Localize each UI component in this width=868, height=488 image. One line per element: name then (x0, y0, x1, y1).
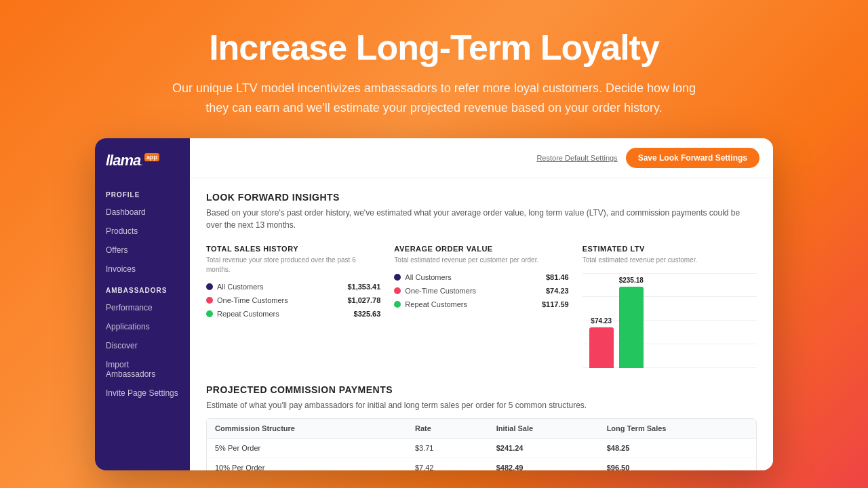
hero-section: Increase Long-Term Loyalty Our unique LT… (0, 0, 868, 138)
commission-title: PROJECTED COMMISSION PAYMENTS (206, 384, 757, 395)
avg-all-value: $81.46 (546, 273, 569, 281)
dot-red (206, 297, 213, 304)
total-sales-row-3: Repeat Customers $325.63 (206, 310, 380, 318)
avg-repeat-label: Repeat Customers (405, 300, 467, 308)
avg-order-block: AVERAGE ORDER VALUE Total estimated reve… (394, 245, 568, 368)
total-all-label: All Customers (217, 283, 263, 291)
dot-dark (206, 283, 213, 290)
dot-green-2 (394, 301, 401, 308)
avg-order-row-1: All Customers $81.46 (394, 273, 568, 281)
sidebar-item-performance[interactable]: Performance (95, 298, 190, 317)
dot-green (206, 310, 213, 317)
sidebar-item-offers[interactable]: Offers (95, 241, 190, 260)
total-sales-row-2: One-Time Customers $1,027.78 (206, 296, 380, 304)
table-row: 5% Per Order $3.71 $241.24 $48.25 (207, 438, 756, 458)
structure-1: 5% Per Order (207, 438, 407, 458)
sidebar-item-import[interactable]: Import Ambassadors (95, 355, 190, 384)
structure-2: 10% Per Order (207, 458, 407, 470)
dot-red-2 (394, 287, 401, 294)
bar-repeat (619, 287, 644, 368)
hero-title: Increase Long-Term Loyalty (14, 27, 854, 68)
sidebar-item-invoices[interactable]: Invoices (95, 260, 190, 279)
main-content: Restore Default Settings Save Look Forwa… (190, 138, 773, 470)
logo-badge: app (144, 153, 159, 161)
total-sales-row-1: All Customers $1,353.41 (206, 283, 380, 291)
avg-order-row-3: Repeat Customers $117.59 (394, 300, 568, 308)
col-longterm: Long Term Sales (599, 419, 756, 439)
avg-order-title: AVERAGE ORDER VALUE (394, 245, 568, 253)
col-rate: Rate (407, 419, 488, 439)
avg-onetime-value: $74.23 (546, 287, 569, 295)
sidebar-item-products[interactable]: Products (95, 222, 190, 241)
table-header-row: Commission Structure Rate Initial Sale L… (207, 419, 756, 439)
total-sales-subtitle: Total revenue your store produced over t… (206, 256, 380, 274)
avg-order-subtitle: Total estimated revenue per customer per… (394, 256, 568, 265)
commission-table: Commission Structure Rate Initial Sale L… (207, 419, 756, 470)
stats-grid: TOTAL SALES HISTORY Total revenue your s… (206, 245, 757, 368)
table-row: 10% Per Order $7.42 $482.49 $96.50 (207, 458, 756, 470)
sidebar-item-dashboard[interactable]: Dashboard (95, 203, 190, 222)
bar-onetime-label: $74.23 (591, 317, 612, 325)
commission-table-wrapper: Commission Structure Rate Initial Sale L… (206, 418, 757, 470)
sidebar-item-invite[interactable]: Invite Page Settings (95, 384, 190, 403)
sidebar-item-applications[interactable]: Applications (95, 317, 190, 336)
sidebar-item-discover[interactable]: Discover (95, 336, 190, 355)
profile-section-label: PROFILE (95, 183, 190, 203)
logo: llama.app (106, 152, 159, 169)
bar-repeat-label: $235.18 (619, 277, 644, 284)
restore-link[interactable]: Restore Default Settings (536, 154, 617, 162)
total-onetime-label: One-Time Customers (217, 296, 288, 304)
total-onetime-value: $1,027.78 (347, 296, 380, 304)
col-structure: Commission Structure (207, 419, 407, 439)
total-sales-title: TOTAL SALES HISTORY (206, 245, 380, 253)
ltv-subtitle: Total estimated revenue per customer. (583, 256, 757, 265)
insights-title: LOOK FORWARD INSIGHTS (206, 192, 757, 203)
total-repeat-label: Repeat Customers (217, 310, 279, 318)
logo-area: llama.app (95, 152, 190, 183)
longterm-2: $96.50 (599, 458, 756, 470)
sidebar: llama.app PROFILE Dashboard Products Off… (95, 138, 190, 470)
hero-subtitle: Our unique LTV model incentivizes ambass… (170, 79, 698, 118)
total-repeat-value: $325.63 (354, 310, 381, 318)
rate-2: $7.42 (407, 458, 488, 470)
rate-1: $3.71 (407, 438, 488, 458)
app-window: llama.app PROFILE Dashboard Products Off… (95, 138, 773, 470)
avg-order-row-2: One-Time Customers $74.23 (394, 287, 568, 295)
bar-onetime (589, 327, 614, 368)
content-body: LOOK FORWARD INSIGHTS Based on your stor… (190, 178, 773, 470)
ltv-block: ESTIMATED LTV Total estimated revenue pe… (583, 245, 757, 368)
col-initial: Initial Sale (488, 419, 599, 439)
ambassadors-section-label: AMBASSADORS (95, 279, 190, 298)
initial-2: $482.49 (488, 458, 599, 470)
save-button[interactable]: Save Look Forward Settings (626, 148, 760, 168)
avg-all-label: All Customers (405, 273, 451, 281)
avg-onetime-label: One-Time Customers (405, 287, 476, 295)
insights-desc: Based on your store's past order history… (206, 207, 757, 231)
ltv-title: ESTIMATED LTV (583, 245, 757, 253)
commission-desc: Estimate of what you'll pay ambassadors … (206, 399, 757, 411)
top-bar: Restore Default Settings Save Look Forwa… (190, 138, 773, 178)
total-all-value: $1,353.41 (347, 283, 380, 291)
avg-repeat-value: $117.59 (542, 300, 569, 308)
initial-1: $241.24 (488, 438, 599, 458)
longterm-1: $48.25 (599, 438, 756, 458)
dot-dark-2 (394, 274, 401, 281)
commission-section: PROJECTED COMMISSION PAYMENTS Estimate o… (206, 384, 757, 470)
total-sales-block: TOTAL SALES HISTORY Total revenue your s… (206, 245, 380, 368)
